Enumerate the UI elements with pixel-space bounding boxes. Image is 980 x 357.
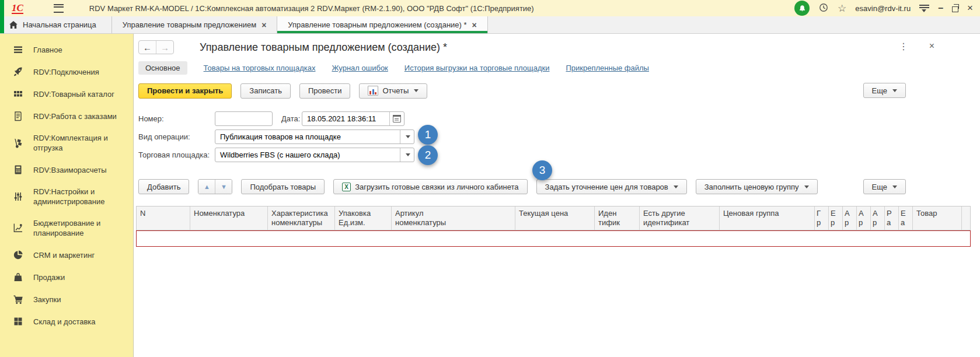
marketplace-dropdown-button[interactable] [400,148,414,162]
col-nomenclature[interactable]: Номенклатура [190,206,268,230]
tab-offer-list[interactable]: Управление товарным предложением × [112,16,278,33]
link-upload-history[interactable]: История выгрузки на торговые площадки [404,64,550,72]
close-tab-icon[interactable]: × [261,21,266,29]
sidebar-item-warehouse[interactable]: Склад и доставка [0,310,133,332]
col-current-price[interactable]: Текущая цена [515,206,595,230]
move-down-button[interactable]: ▼ [215,180,232,194]
col-narrow-7[interactable]: Еа [899,206,913,230]
favorites-button[interactable]: ☆ [838,4,846,13]
number-input[interactable] [215,111,273,126]
order-document-icon [13,111,23,121]
window-title: RDV Маркет RM-KA-MODEL / 1С:Комплексная … [89,4,534,13]
post-and-close-button[interactable]: Провести и закрыть [138,83,232,99]
sidebar-item-orders[interactable]: RDV:Работа с заказами [0,105,133,127]
col-narrow-3[interactable]: Ар [843,206,857,230]
sidebar-item-catalog[interactable]: RDV:Товарный каталог [0,83,133,105]
chevron-down-icon [406,153,410,156]
reports-button[interactable]: Отчеты [359,83,427,99]
form-header: ← → Управление товарным предложением (со… [138,40,980,55]
handtruck-icon [13,138,23,148]
col-empty [962,206,970,230]
link-attached-files[interactable]: Прикрепленные файлы [566,64,649,72]
main-menu-icon[interactable] [54,4,64,13]
number-row: Номер: Дата: 18.05.2021 18:36:11 [138,111,980,126]
write-button[interactable]: Записать [240,83,291,99]
marketplace-label: Торговая площадка: [138,150,215,159]
callout-badge-1: 1 [418,125,438,145]
marketplace-row: Торговая площадка: Wildberries FBS (с на… [138,148,980,162]
table-more-button[interactable]: Еще [863,179,906,194]
col-identifier[interactable]: Идентифик [595,206,640,230]
load-bundles-button[interactable]: X Загрузить готовые связки из личного ка… [333,179,527,194]
grid-empty-body[interactable] [136,247,971,334]
fill-price-group-button[interactable]: Заполнить ценовую группу [696,179,818,194]
sidebar-item-main[interactable]: Главное [0,38,133,61]
sidebar-item-crm[interactable]: CRM и маркетинг [0,244,133,266]
window-tab-bar: Начальная страница Управление товарным п… [0,16,980,34]
col-product[interactable]: Товар [913,206,962,230]
link-marketplace-goods[interactable]: Товары на торговых площадках [204,64,316,72]
history-icon [818,2,829,13]
col-article[interactable]: Артикулноменклатуры [392,206,515,230]
bell-icon [798,4,807,13]
sliders-icon [13,191,23,202]
sections-panel: Главное RDV:Подключения RDV:Товарный кат… [0,34,134,357]
post-button[interactable]: Провести [299,83,351,99]
notifications-button[interactable] [794,1,810,16]
date-input[interactable]: 18.05.2021 18:36:11 [302,111,404,126]
close-window-button[interactable]: × [967,2,973,14]
form-close-icon[interactable]: × [929,41,934,51]
col-narrow-2[interactable]: Ер [829,206,843,230]
sidebar-item-sales[interactable]: Продажи [0,266,133,288]
tab-label: Управление товарным предложением (создан… [288,20,466,29]
report-icon [368,86,378,96]
col-price-group[interactable]: Ценовая группа [720,206,815,230]
callout-badge-3: 3 [532,160,552,180]
tab-main[interactable]: Основное [138,61,187,75]
col-narrow-4[interactable]: Ар [857,206,871,230]
col-package[interactable]: УпаковкаЕд.изм. [335,206,392,230]
cart-icon [13,294,23,304]
sidebar-item-budgeting[interactable]: Бюджетирование и планирование [0,212,133,244]
app-window: 1С RDV Маркет RM-KA-MODEL / 1С:Комплексн… [0,0,980,357]
operation-dropdown-button[interactable] [400,130,414,144]
restore-icon[interactable] [952,6,958,12]
sidebar-item-connections[interactable]: RDV:Подключения [0,61,133,83]
sidebar-item-settlements[interactable]: RDV:Взаиморасчеты [0,159,133,181]
window-titlebar: 1С RDV Маркет RM-KA-MODEL / 1С:Комплексн… [0,0,980,16]
move-up-button[interactable]: ▲ [198,180,215,194]
tab-offer-create[interactable]: Управление товарным предложением (создан… [277,16,487,33]
minimize-button[interactable]: – [938,3,943,13]
sidebar-item-settings[interactable]: RDV:Настройки и администрирование [0,181,133,212]
history-button[interactable] [818,2,829,15]
command-more-button[interactable]: Еще [863,83,906,98]
operation-select[interactable]: Публикация товаров на площадке [215,130,414,144]
col-narrow-1[interactable]: Гр [815,206,829,230]
col-characteristic[interactable]: Характеристиканоменклатуры [268,206,335,230]
nav-forward-button[interactable]: → [156,41,173,54]
marketplace-select[interactable]: Wildberries FBS (с нашего склада) [215,148,414,162]
warehouse-boxes-icon [13,316,23,327]
col-n[interactable]: N [137,206,190,230]
goods-grid: N Номенклатура Характеристиканоменклатур… [136,206,971,334]
sidebar-item-shipping[interactable]: RDV:Комплектация и отгрузка [0,127,133,159]
col-narrow-6[interactable]: Ра [885,206,899,230]
form-more-icon[interactable]: ⋮ [899,41,908,52]
home-tab[interactable]: Начальная страница [0,16,112,33]
close-tab-icon[interactable]: × [472,21,477,29]
calculator-icon [13,164,23,175]
set-prices-button[interactable]: Задать уточнение цен для товаров [536,179,687,194]
add-row-button[interactable]: Добавить [138,179,189,194]
calendar-button[interactable] [389,112,404,125]
sidebar-item-purchases[interactable]: Закупки [0,288,133,310]
rocket-icon [13,66,23,77]
nav-back-button[interactable]: ← [139,41,156,54]
col-narrow-5[interactable]: Ар [871,206,885,230]
functions-menu-icon[interactable] [919,5,929,12]
pick-goods-button[interactable]: Подобрать товары [241,179,325,194]
link-error-log[interactable]: Журнал ошибок [332,64,388,72]
grid-current-row[interactable] [136,230,971,247]
col-other-identifiers[interactable]: Есть другиеидентификат [640,206,720,230]
pie-chart-icon [13,250,23,260]
history-nav-group: ← → [138,40,174,54]
